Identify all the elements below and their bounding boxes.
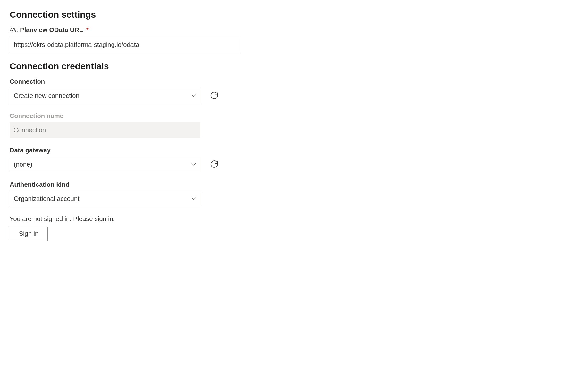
connection-name-label: Connection name [10,112,578,120]
signin-status-text: You are not signed in. Please sign in. [10,215,578,223]
chevron-down-icon [191,196,196,201]
signin-button[interactable]: Sign in [10,227,48,241]
connection-credentials-heading: Connection credentials [10,61,578,72]
auth-kind-label: Authentication kind [10,181,578,188]
connection-label: Connection [10,78,578,85]
connection-dropdown[interactable]: Create new connection [10,88,200,103]
refresh-icon[interactable] [210,91,219,100]
odata-url-label: ABC Planview OData URL * [10,26,578,34]
required-asterisk: * [86,26,89,34]
connection-settings-heading: Connection settings [10,10,578,20]
odata-url-label-text: Planview OData URL [20,26,83,34]
data-gateway-dropdown-value: (none) [14,161,32,168]
auth-kind-dropdown-value: Organizational account [14,195,80,202]
refresh-icon[interactable] [210,160,219,169]
chevron-down-icon [191,93,196,98]
data-gateway-label: Data gateway [10,147,578,154]
data-gateway-dropdown[interactable]: (none) [10,157,200,172]
connection-dropdown-value: Create new connection [14,92,80,99]
connection-name-input [10,122,200,138]
abc-icon: ABC [10,27,17,33]
chevron-down-icon [191,162,196,167]
auth-kind-dropdown[interactable]: Organizational account [10,191,200,206]
odata-url-input[interactable] [10,37,239,52]
